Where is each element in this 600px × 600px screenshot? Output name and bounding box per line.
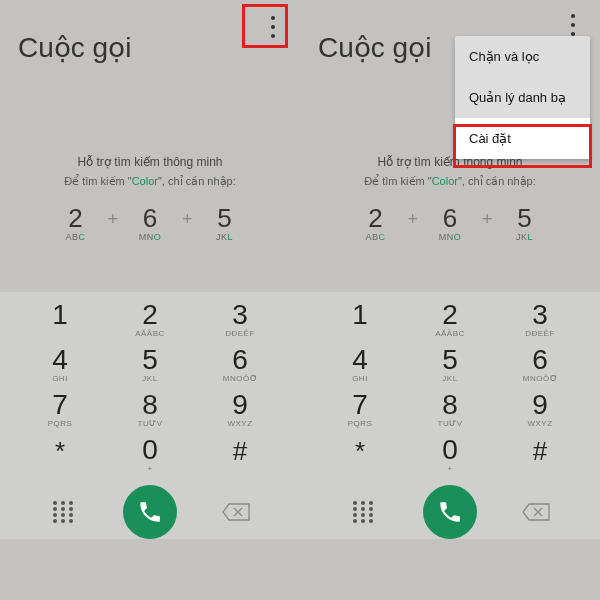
example-key: 2 ABC xyxy=(53,203,97,242)
example-key: 5 JKL xyxy=(203,203,247,242)
keypad: 1 2AĂÂBC 3DĐEÊF 4GHI 5JKL 6MNOÔƠ 7PQRS 8… xyxy=(0,292,300,539)
key-1[interactable]: 1 xyxy=(320,301,400,338)
key-star[interactable]: * xyxy=(320,436,400,473)
key-star[interactable]: * xyxy=(20,436,100,473)
keypad: 1 2AĂÂBC 3DĐEÊF 4GHI 5JKL 6MNOÔƠ 7PQRS 8… xyxy=(300,292,600,539)
dialer-panel-right: Cuộc gọi Chặn và lọc Quản lý danh bạ Cài… xyxy=(300,0,600,600)
key-5[interactable]: 5JKL xyxy=(410,346,490,383)
key-hash[interactable]: # xyxy=(500,436,580,473)
keypad-toggle-icon[interactable] xyxy=(324,501,404,523)
key-8[interactable]: 8TUƯV xyxy=(110,391,190,428)
more-options-icon[interactable] xyxy=(564,14,582,36)
key-5[interactable]: 5JKL xyxy=(110,346,190,383)
plus-sep: + xyxy=(482,203,493,230)
backspace-icon[interactable] xyxy=(496,502,576,522)
backspace-icon[interactable] xyxy=(196,502,276,522)
key-2[interactable]: 2AĂÂBC xyxy=(110,301,190,338)
plus-sep: + xyxy=(407,203,418,230)
key-0[interactable]: 0+ xyxy=(110,436,190,473)
hint-line-2: Để tìm kiếm "Color", chỉ cần nhập: xyxy=(310,175,590,188)
call-button[interactable] xyxy=(423,485,477,539)
page-title: Cuộc gọi xyxy=(318,31,431,64)
plus-sep: + xyxy=(182,203,193,230)
key-6[interactable]: 6MNOÔƠ xyxy=(200,346,280,383)
key-7[interactable]: 7PQRS xyxy=(20,391,100,428)
key-4[interactable]: 4GHI xyxy=(20,346,100,383)
example-keys: 2 ABC + 6 MNO + 5 JKL xyxy=(310,203,590,242)
key-2[interactable]: 2AĂÂBC xyxy=(410,301,490,338)
example-key: 6 MNO xyxy=(128,203,172,242)
example-keys: 2 ABC + 6 MNO + 5 JKL xyxy=(10,203,290,242)
key-0[interactable]: 0+ xyxy=(410,436,490,473)
page-title: Cuộc gọi xyxy=(18,31,131,64)
key-1[interactable]: 1 xyxy=(20,301,100,338)
example-key: 5 JKL xyxy=(503,203,547,242)
key-8[interactable]: 8TUƯV xyxy=(410,391,490,428)
key-9[interactable]: 9WXYZ xyxy=(500,391,580,428)
keypad-toggle-icon[interactable] xyxy=(24,501,104,523)
key-hash[interactable]: # xyxy=(200,436,280,473)
example-key: 2 ABC xyxy=(353,203,397,242)
key-9[interactable]: 9WXYZ xyxy=(200,391,280,428)
highlight-more-button xyxy=(242,4,288,48)
call-button[interactable] xyxy=(123,485,177,539)
menu-item-contacts[interactable]: Quản lý danh bạ xyxy=(455,77,590,118)
highlight-settings-item xyxy=(453,124,592,168)
dialer-panel-left: Cuộc gọi Hỗ trợ tìm kiếm thông minh Để t… xyxy=(0,0,300,600)
key-3[interactable]: 3DĐEÊF xyxy=(500,301,580,338)
key-7[interactable]: 7PQRS xyxy=(320,391,400,428)
menu-item-block[interactable]: Chặn và lọc xyxy=(455,36,590,77)
smart-search-hint: Hỗ trợ tìm kiếm thông minh Để tìm kiếm "… xyxy=(0,95,300,252)
plus-sep: + xyxy=(107,203,118,230)
example-key: 6 MNO xyxy=(428,203,472,242)
key-6[interactable]: 6MNOÔƠ xyxy=(500,346,580,383)
key-3[interactable]: 3DĐEÊF xyxy=(200,301,280,338)
key-4[interactable]: 4GHI xyxy=(320,346,400,383)
hint-line-1: Hỗ trợ tìm kiếm thông minh xyxy=(10,155,290,169)
hint-line-2: Để tìm kiếm "Color", chỉ cần nhập: xyxy=(10,175,290,188)
